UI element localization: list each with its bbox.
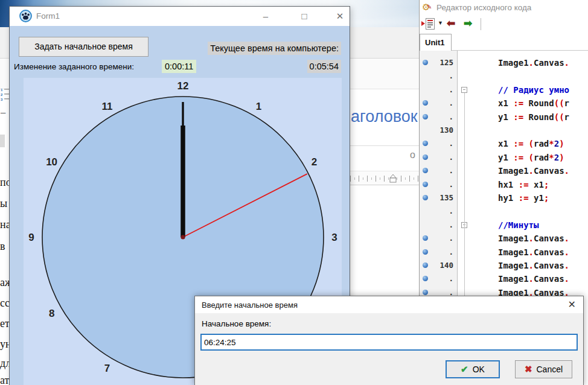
tab-unit1[interactable]: Unit1 <box>420 34 452 51</box>
indent-marker-icon[interactable] <box>388 173 398 187</box>
code-line: Image1.Canvas. <box>498 246 569 259</box>
debug-line-marker-icon <box>423 168 428 173</box>
svg-text:7: 7 <box>104 363 110 374</box>
svg-text:8: 8 <box>49 308 54 319</box>
check-icon: ✔ <box>461 364 468 375</box>
minimize-button[interactable]: – <box>259 10 272 22</box>
code-line: x1 := (rad*2) <box>498 137 564 150</box>
fold-toggle-icon[interactable] <box>461 87 467 93</box>
gutter-line-label: . <box>420 83 458 97</box>
toolbar-fragment <box>0 135 5 147</box>
app-paw-icon <box>19 10 32 22</box>
input-dialog: Введите начальное время ✕ Начальное врем… <box>194 296 584 385</box>
start-time-label: Начальное время: <box>202 319 271 328</box>
fold-range-line <box>464 93 465 299</box>
document-text-fragment: сс <box>0 297 10 310</box>
document-partial-char: о <box>410 150 415 161</box>
debug-line-marker-icon <box>423 60 428 65</box>
x-icon: ✖ <box>525 364 532 375</box>
chevron-down-icon[interactable]: ▼ <box>438 20 443 26</box>
svg-text:1: 1 <box>1 88 3 92</box>
current-time-value: 0:05:54 <box>307 60 341 73</box>
gutter-line-label: 130 <box>420 124 458 137</box>
document-text-fragment: в <box>0 240 5 253</box>
gutter-line-label: 135 <box>420 191 458 205</box>
set-start-time-button[interactable]: Задать начальное время <box>19 37 149 57</box>
editor-toolbar: ▼ ⬅ ➡ <box>420 16 588 33</box>
document-ruler <box>349 171 419 185</box>
gutter-line-label: . <box>420 164 458 177</box>
start-time-input[interactable] <box>200 334 578 351</box>
elapsed-time-label: Изменение заданного времени: <box>14 62 134 71</box>
debug-line-marker-icon <box>423 100 428 106</box>
code-line: y1 := Round((r <box>498 110 569 124</box>
editor-pencil-icon: ✎ <box>427 4 432 10</box>
current-time-label: Текущее время на компьютере: <box>208 42 341 55</box>
code-line: x1 := Round((r <box>498 97 569 110</box>
debug-line-marker-icon <box>423 141 428 146</box>
code-line: Image1.Canvas. <box>498 259 569 272</box>
debug-line-marker-icon <box>423 235 428 241</box>
code-line: //Минуты <box>498 218 538 232</box>
ruler-ticks <box>350 176 420 182</box>
code-line: Image1.Canvas. <box>498 164 569 177</box>
code-line: Image1.Canvas. <box>498 56 569 69</box>
debug-line-marker-icon <box>423 195 428 200</box>
debug-line-marker-icon <box>423 154 428 160</box>
gutter-line-label: . <box>420 246 458 259</box>
svg-text:12: 12 <box>177 80 189 92</box>
code-line: // Радиус умно <box>498 83 569 97</box>
document-text-fragment: ы <box>0 197 7 210</box>
screen: 1 2 3 – аголовок о поынаважссетундлат ⚙ … <box>0 0 588 385</box>
navigate-forward-icon[interactable]: ➡ <box>464 17 472 30</box>
svg-text:3: 3 <box>331 232 337 243</box>
debug-line-marker-icon <box>423 182 428 187</box>
gutter-line-label: . <box>420 232 458 245</box>
toolbar-dash-icon: – <box>1 107 5 117</box>
gutter-line-label: 125 <box>420 56 458 69</box>
svg-text:3: 3 <box>1 98 3 101</box>
svg-text:9: 9 <box>28 232 34 243</box>
editor-titlebar[interactable]: ⚙ ✎ Редактор исходного кода <box>420 0 588 16</box>
toolbar-separator <box>481 18 481 30</box>
numbered-list-icon: 1 2 3 <box>1 88 9 104</box>
dialog-title: Введите начальное время <box>202 301 298 310</box>
gutter-line-label: 140 <box>420 259 458 272</box>
document-text-fragment: ат <box>0 374 9 385</box>
code-line: y1 := (rad*2) <box>498 151 564 164</box>
editor-tab-bar: Unit1 <box>420 33 588 51</box>
gutter-line-label: . <box>420 97 458 110</box>
code-explorer-icon[interactable] <box>426 18 435 32</box>
debug-line-marker-icon <box>423 276 428 281</box>
gutter-line-label: . <box>420 151 458 164</box>
gutter-line-label: . <box>420 178 458 191</box>
jump-marker-icon[interactable] <box>421 21 425 26</box>
debug-line-marker-icon <box>423 290 428 295</box>
window-title: Form1 <box>36 11 60 21</box>
close-button[interactable]: ✕ <box>333 10 347 22</box>
form1-titlebar[interactable]: Form1 – □ ✕ <box>10 7 350 26</box>
svg-text:10: 10 <box>46 156 57 168</box>
svg-text:11: 11 <box>102 101 113 112</box>
dialog-titlebar[interactable]: Введите начальное время ✕ <box>195 296 583 313</box>
debug-line-marker-icon <box>423 249 428 255</box>
gutter-line-label: . <box>420 69 458 83</box>
divider <box>349 145 419 146</box>
code-line: hx1 := x1; <box>498 178 549 191</box>
ok-button[interactable]: ✔ OK <box>446 360 500 378</box>
code-line: Image1.Canvas. <box>498 232 569 245</box>
gutter-line-label: . <box>420 218 458 232</box>
gutter-line-label: . <box>420 205 458 218</box>
cancel-button[interactable]: ✖ Cancel <box>515 360 572 378</box>
gutter-line-label: . <box>420 272 458 285</box>
navigate-back-icon[interactable]: ⬅ <box>447 17 455 30</box>
document-text-fragment: ет <box>0 317 10 330</box>
code-line: hy1 := y1; <box>498 191 549 205</box>
svg-text:2: 2 <box>312 156 317 168</box>
maximize-button[interactable]: □ <box>298 10 311 22</box>
dialog-close-icon[interactable]: ✕ <box>568 299 576 310</box>
document-heading-fragment: аголовок <box>351 107 418 126</box>
debug-line-marker-icon <box>423 114 428 119</box>
gutter-line-label: . <box>420 137 458 150</box>
svg-text:1: 1 <box>256 101 261 112</box>
